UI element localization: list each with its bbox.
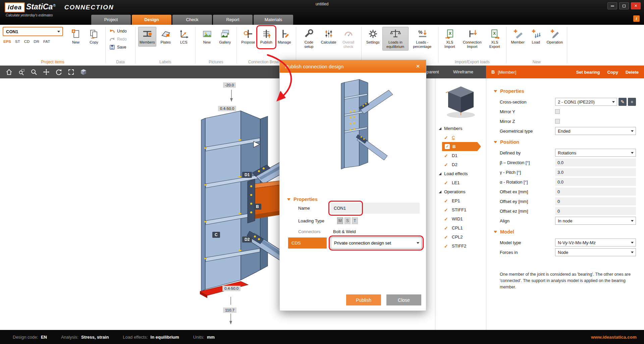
code-setup-button[interactable]: Code setup bbox=[299, 27, 319, 51]
badge-eps[interactable]: EPS bbox=[3, 40, 11, 44]
dialog-close-button[interactable]: ✕ bbox=[413, 63, 423, 69]
gamma-pitch-input[interactable]: 3.0 bbox=[555, 168, 636, 176]
tree-item-le1[interactable]: ✓ LE1 bbox=[435, 178, 486, 187]
offset-ez-input[interactable]: 0 bbox=[555, 207, 636, 215]
fit-view-button[interactable] bbox=[65, 66, 77, 78]
connection-name-input[interactable]: CON1 bbox=[330, 203, 420, 214]
new-project-item-button[interactable]: New bbox=[67, 27, 85, 47]
cross-section-select[interactable]: 2 - CON1 (IPE220) bbox=[555, 98, 617, 106]
tree-item-cpl1[interactable]: ✓ CPL1 bbox=[435, 223, 486, 232]
undo-button[interactable]: Undo bbox=[108, 28, 132, 35]
labels-lcs-toggle[interactable]: LCS bbox=[175, 27, 193, 47]
checkmark-icon[interactable]: ✓ bbox=[444, 198, 449, 204]
checkmark-icon[interactable]: ✓ bbox=[444, 180, 449, 186]
xls-import-button[interactable]: X XLS Import bbox=[441, 27, 459, 51]
member-label-d2[interactable]: D2 bbox=[242, 236, 252, 243]
loading-type-t-toggle[interactable]: T bbox=[352, 217, 358, 224]
close-button[interactable]: ✕ bbox=[631, 2, 641, 9]
calculate-button[interactable]: Calculate bbox=[320, 27, 338, 47]
dialog-section-properties[interactable]: Properties bbox=[287, 197, 318, 202]
tree-item-member-c[interactable]: ✓ C bbox=[435, 133, 486, 142]
new-load-button[interactable]: Load bbox=[527, 27, 545, 47]
tab-check[interactable]: Check bbox=[172, 15, 212, 25]
rotate-view-button[interactable] bbox=[52, 66, 65, 78]
checkbox-checked-icon[interactable]: ✓ bbox=[445, 144, 450, 149]
member-label-c[interactable]: C bbox=[212, 232, 220, 238]
badge-cd[interactable]: CD bbox=[24, 40, 30, 44]
badge-dr[interactable]: DR bbox=[34, 40, 39, 44]
tree-item-wid1[interactable]: ✓ WID1 bbox=[435, 214, 486, 223]
model-cube-thumbnail[interactable] bbox=[445, 84, 477, 119]
info-button[interactable]: i bbox=[633, 15, 640, 22]
loading-type-s-toggle[interactable]: S bbox=[344, 217, 351, 224]
new-operation-button[interactable]: Operation bbox=[545, 27, 564, 47]
copy-project-item-button[interactable]: Copy bbox=[85, 27, 103, 47]
labels-plates-toggle[interactable]: Plates bbox=[157, 27, 174, 47]
overall-check-button[interactable]: Overall check bbox=[338, 27, 359, 51]
checkmark-icon[interactable]: ✓ bbox=[444, 234, 449, 240]
save-button[interactable]: Save bbox=[108, 44, 132, 51]
minimize-button[interactable] bbox=[607, 2, 617, 9]
offset-ex-input[interactable]: 0 bbox=[555, 188, 636, 196]
zoom-button[interactable] bbox=[28, 66, 40, 78]
solid-view-button[interactable] bbox=[77, 66, 90, 78]
cds-select[interactable]: Private connection design set bbox=[331, 237, 422, 249]
checkmark-icon[interactable]: ✓ bbox=[444, 225, 449, 231]
checkmark-icon[interactable]: ✓ bbox=[444, 216, 449, 222]
home-view-button[interactable] bbox=[3, 66, 15, 78]
loading-type-m-toggle[interactable]: M bbox=[337, 217, 343, 224]
tree-item-member-b[interactable]: ✓ B bbox=[442, 142, 481, 151]
edit-cross-section-button[interactable]: ✎ bbox=[619, 98, 627, 106]
geometrical-type-select[interactable]: Ended bbox=[555, 127, 636, 135]
dialog-close-action-button[interactable]: Close bbox=[386, 294, 421, 305]
tab-project[interactable]: Project bbox=[91, 15, 131, 25]
member-label-d1[interactable]: D1 bbox=[242, 172, 252, 178]
tree-group-operations[interactable]: Operations bbox=[435, 187, 486, 196]
checkmark-icon[interactable]: ✓ bbox=[444, 135, 449, 140]
dialog-publish-button[interactable]: Publish bbox=[346, 294, 381, 305]
gallery-button[interactable]: Gallery bbox=[216, 27, 234, 47]
loads-percentage-toggle[interactable]: % Loads - percentage bbox=[409, 27, 435, 51]
badge-fat[interactable]: FAT bbox=[43, 40, 50, 44]
new-member-button[interactable]: Member bbox=[509, 27, 527, 47]
tree-group-load-effects[interactable]: Load effects bbox=[435, 169, 486, 178]
mirror-z-checkbox[interactable] bbox=[555, 119, 560, 124]
tab-report[interactable]: Report bbox=[213, 15, 253, 25]
manage-button[interactable]: Manage bbox=[276, 27, 293, 47]
xls-export-button[interactable]: X XLS Export bbox=[486, 27, 503, 51]
propose-button[interactable]: Propose bbox=[239, 27, 257, 47]
loads-in-equilibrium-toggle[interactable]: Loads in equilibrium bbox=[382, 27, 409, 51]
tab-materials[interactable]: Materials bbox=[254, 15, 293, 25]
redo-button[interactable]: Redo bbox=[108, 36, 132, 43]
new-picture-button[interactable]: New bbox=[198, 27, 216, 47]
checkmark-icon[interactable]: ✓ bbox=[444, 244, 449, 249]
tree-item-stiff1[interactable]: ✓ STIFF1 bbox=[435, 205, 486, 214]
website-link[interactable]: www.ideastatica.com bbox=[591, 335, 637, 340]
tree-item-member-d1[interactable]: ✓ D1 bbox=[435, 151, 486, 160]
tab-design[interactable]: Design bbox=[132, 15, 171, 25]
delete-member-button[interactable]: Delete bbox=[626, 70, 639, 75]
section-model[interactable]: Model bbox=[486, 226, 644, 237]
forces-in-select[interactable]: Node bbox=[555, 248, 636, 256]
project-item-selector[interactable]: CON1 bbox=[3, 27, 63, 36]
tree-group-members[interactable]: Members bbox=[435, 124, 486, 133]
defined-by-select[interactable]: Rotations bbox=[555, 149, 636, 157]
zoom-window-button[interactable] bbox=[15, 66, 28, 78]
checkmark-icon[interactable]: ✓ bbox=[444, 207, 449, 213]
copy-member-button[interactable]: Copy bbox=[607, 70, 618, 75]
tree-item-member-d2[interactable]: ✓ D2 bbox=[435, 160, 486, 169]
member-label-b[interactable]: B bbox=[254, 204, 261, 210]
set-bearing-button[interactable]: Set bearing bbox=[576, 70, 600, 75]
tree-item-cpl2[interactable]: ✓ CPL2 bbox=[435, 232, 486, 242]
maximize-button[interactable] bbox=[619, 2, 629, 9]
publish-button[interactable]: Publish bbox=[258, 27, 275, 47]
labels-members-toggle[interactable]: Members bbox=[138, 27, 156, 47]
pan-button[interactable] bbox=[40, 66, 52, 78]
section-properties[interactable]: Properties bbox=[486, 86, 644, 96]
connection-import-button[interactable]: Connection Import bbox=[459, 27, 485, 51]
alpha-rotation-input[interactable]: 0.0 bbox=[555, 178, 636, 186]
checkmark-icon[interactable]: ✓ bbox=[444, 162, 449, 167]
beta-direction-input[interactable]: 0.0 bbox=[555, 158, 636, 166]
add-cross-section-button[interactable]: + bbox=[628, 98, 636, 106]
checkmark-icon[interactable]: ✓ bbox=[444, 153, 449, 158]
